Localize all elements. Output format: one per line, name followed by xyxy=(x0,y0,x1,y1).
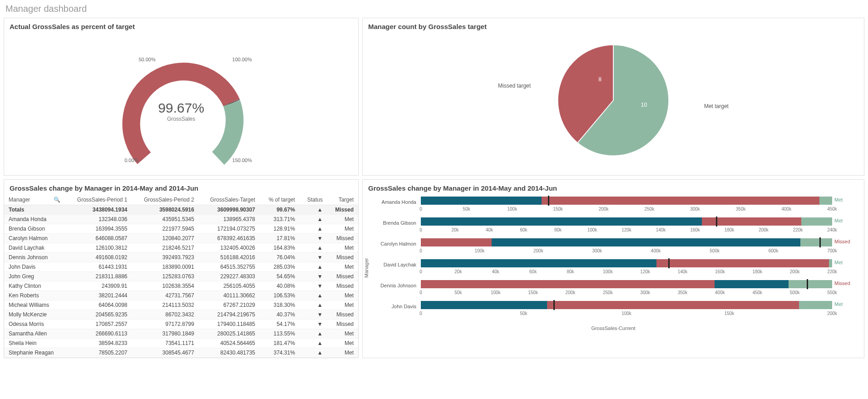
bar-track[interactable]: Met xyxy=(421,258,832,268)
table-header[interactable]: Target xyxy=(327,194,358,205)
axis-tick: 0 xyxy=(419,227,422,232)
table-cell: 54.65% xyxy=(260,272,300,281)
table-header[interactable]: Status xyxy=(300,194,327,205)
table-row[interactable]: Dennis Johnson491608.0192392493.79235161… xyxy=(4,253,358,262)
axis-tick: 150k xyxy=(528,290,538,295)
table-cell: Met xyxy=(327,243,358,253)
table-row[interactable]: Molly McKenzie204565.923586702.343221479… xyxy=(4,310,358,320)
table-cell: 61443.1931 xyxy=(65,262,132,272)
table-header[interactable]: GrossSales-Target xyxy=(199,194,260,205)
table-row[interactable]: Stephanie Reagan78505.2207308545.4677824… xyxy=(4,348,358,358)
axis-tick: 0 xyxy=(419,311,422,316)
axis-tick: 150k xyxy=(725,311,735,316)
bar-category-label: Carolyn Halmon xyxy=(375,237,421,246)
table-cell: Missed xyxy=(327,320,358,329)
table-row[interactable]: Kathy Clinton243909.91102638.3554256105.… xyxy=(4,281,358,291)
table-cell: 73541.1171 xyxy=(132,339,199,348)
table-cell: 164.83% xyxy=(260,243,300,253)
bar-status-label: Met xyxy=(834,260,857,265)
bar-track[interactable]: Met xyxy=(421,196,832,206)
axis-tick: 0 xyxy=(419,269,422,274)
sales-table[interactable]: Manager🔍GrossSales-Period 1GrossSales-Pe… xyxy=(4,194,358,358)
bar-row[interactable]: Brenda GibsonMet020k40k60k80k100k120k140… xyxy=(375,217,832,237)
table-row[interactable]: Carolyn Halmon646088.0587120840.20776783… xyxy=(4,234,358,243)
bar-row[interactable]: Dennis JohnsonMissed050k100k150k200k250k… xyxy=(375,279,832,300)
axis-tick: 220k xyxy=(793,227,803,232)
axis-tick: 100k xyxy=(587,227,597,232)
table-row[interactable]: David Laychak126100.3812218246.521713240… xyxy=(4,243,358,253)
table-cell: Missed xyxy=(327,205,358,215)
table-row[interactable]: Micheal Williams64064.0098214113.5032672… xyxy=(4,300,358,310)
bar-row[interactable]: David LaychakMet020k40k60k80k100k120k140… xyxy=(375,258,832,279)
bar-status-label: Missed xyxy=(834,281,857,286)
table-row[interactable]: Ken Roberts38201.244442731.756740111.306… xyxy=(4,291,358,300)
table-cell: 221977.5945 xyxy=(132,224,199,234)
bar-row[interactable]: John DavisMet050k100k150k200k xyxy=(375,300,832,321)
bar-target-tick xyxy=(548,196,549,206)
table-cell: Brenda Gibson xyxy=(4,224,65,234)
table-cell: 126100.3812 xyxy=(65,243,132,253)
table-header[interactable]: GrossSales-Period 1 xyxy=(65,194,132,205)
table-cell: Missed xyxy=(327,234,358,243)
bar-track[interactable]: Met xyxy=(421,217,832,227)
table-cell: 218246.5217 xyxy=(132,243,199,253)
table-cell: 179400.118485 xyxy=(199,320,260,329)
table-header[interactable]: GrossSales-Period 2 xyxy=(132,194,199,205)
gauge-arc-gap xyxy=(232,103,232,103)
table-header[interactable]: % of target xyxy=(260,194,300,205)
table-row[interactable]: John Davis61443.1931183890.009164515.352… xyxy=(4,262,358,272)
axis-tick: 0 xyxy=(419,248,422,253)
table-cell: 102638.3554 xyxy=(132,281,199,291)
table-cell: 86702.3432 xyxy=(132,310,199,320)
table-cell: ▼ xyxy=(300,281,327,291)
gauge-value: 99.67% xyxy=(158,100,204,116)
bar-track[interactable]: Missed xyxy=(421,279,832,289)
table-row[interactable]: Odessa Morris170857.255797172.8799179400… xyxy=(4,320,358,329)
table-cell: 125283.0763 xyxy=(132,272,199,281)
table-cell: Molly McKenzie xyxy=(4,310,65,320)
bar-period-2 xyxy=(421,238,492,246)
table-cell: Met xyxy=(327,300,358,310)
gauge-target-label: 100.00% xyxy=(232,57,252,62)
table-row[interactable]: Amanda Honda132348.036435951.5345138965.… xyxy=(4,215,358,224)
table-cell: Missed xyxy=(327,281,358,291)
bar-category-label: Brenda Gibson xyxy=(375,217,421,226)
axis-tick: 160k xyxy=(690,227,700,232)
search-icon[interactable]: 🔍 xyxy=(54,197,60,203)
table-row[interactable]: Brenda Gibson163994.3555221977.594517219… xyxy=(4,224,358,234)
bar-axis: 050k100k150k200k250k300k350k400k450k500k… xyxy=(421,290,832,297)
bar-row[interactable]: Carolyn HalmonMissed0100k200k300k400k500… xyxy=(375,237,832,258)
bar-target-tick xyxy=(716,217,717,227)
gauge-panel-title: Actual GrossSales as percent of target xyxy=(4,18,358,32)
bar-category-label: David Laychak xyxy=(375,258,421,267)
table-cell: 374.31% xyxy=(260,348,300,358)
bar-status-label: Missed xyxy=(834,239,857,244)
axis-tick: 200k xyxy=(533,248,543,253)
bar-target-tick xyxy=(807,279,808,289)
bar-status-label: Met xyxy=(834,218,857,223)
table-cell: 204565.9235 xyxy=(65,310,132,320)
table-cell: Odessa Morris xyxy=(4,320,65,329)
axis-tick: 100k xyxy=(621,311,631,316)
table-row[interactable]: Sheila Hein38594.823373541.117140524.564… xyxy=(4,339,358,348)
bars-panel-title: GrossSales change by Manager in 2014-May… xyxy=(363,180,864,194)
bar-track[interactable]: Missed xyxy=(421,237,832,247)
bar-track[interactable]: Met xyxy=(421,300,832,310)
table-cell: Met xyxy=(327,224,358,234)
pie-missed-label: Missed target xyxy=(498,83,531,89)
pie-missed-count: 8 xyxy=(598,76,602,83)
table-row[interactable]: Totals3438094.19343598024.59163609998.90… xyxy=(4,205,358,215)
table-cell: 38594.8233 xyxy=(65,339,132,348)
bar-row[interactable]: Amanda HondaMet050k100k150k200k250k300k3… xyxy=(375,196,832,217)
table-row[interactable]: John Greg218311.8886125283.0763229227.48… xyxy=(4,272,358,281)
table-header[interactable]: Manager🔍 xyxy=(4,194,65,205)
table-cell: 170857.2557 xyxy=(65,320,132,329)
table-cell: 17.81% xyxy=(260,234,300,243)
bar-category-label: Dennis Johnson xyxy=(375,279,421,288)
table-row[interactable]: Samantha Allen266690.6113317980.18492800… xyxy=(4,329,358,339)
bars-ylabel: Manager xyxy=(364,258,369,277)
axis-tick: 250k xyxy=(603,290,613,295)
table-cell: 313.71% xyxy=(260,215,300,224)
table-cell: Met xyxy=(327,339,358,348)
table-cell: 214794.219675 xyxy=(199,310,260,320)
